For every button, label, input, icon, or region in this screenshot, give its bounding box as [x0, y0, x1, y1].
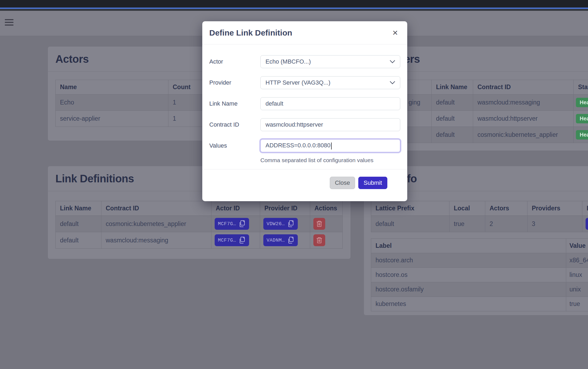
lattice-col-id: ID	[582, 201, 588, 216]
table-row: hostcore.arch x86_64	[371, 253, 588, 268]
actor-select[interactable]: Echo (MBCFO...)	[260, 55, 400, 68]
host-value: x86_64	[566, 253, 588, 268]
labels-col-label: Label	[371, 239, 566, 253]
define-link-definition-modal: Define Link Definition ✕ Actor Echo (MBC…	[202, 21, 407, 201]
top-chrome-bar	[0, 0, 588, 8]
provider-contract-id: wasmcloud:messaging	[473, 95, 574, 111]
lattice-col-prefix: Lattice Prefix	[371, 201, 449, 216]
values-helper-text: Comma separated list of configuration va…	[260, 157, 400, 163]
provider-link-name: default	[432, 95, 473, 111]
link-name-label: Link Name	[209, 100, 260, 107]
table-row: default cosmonic:kubernetes_applier MCF7…	[56, 216, 343, 232]
copy-icon	[239, 236, 246, 244]
linkdef-contract-id: cosmonic:kubernetes_applier	[101, 216, 211, 232]
link-definitions-table: Link Name Contract ID Actor ID Provider …	[55, 201, 343, 249]
lattice-actors: 2	[485, 216, 527, 232]
lattice-col-providers: Providers	[527, 201, 582, 216]
submit-button[interactable]: Submit	[358, 177, 387, 189]
table-row: default true 2 3 N	[371, 216, 588, 232]
actor-label: Actor	[209, 58, 260, 65]
status-badge: Healthy	[576, 98, 588, 107]
table-row: kubernetes true	[371, 297, 588, 311]
actor-id-copy-button[interactable]: MCF7G…	[215, 234, 249, 246]
linkdef-link-name: default	[56, 216, 101, 232]
actor-id-copy-button[interactable]: MCF7G…	[215, 218, 249, 230]
table-row: hostcore.osfamily unix	[371, 282, 588, 297]
linkdef-col-contract-id: Contract ID	[101, 201, 211, 216]
providers-col-status: Status	[574, 80, 588, 95]
close-icon[interactable]: ✕	[391, 28, 400, 37]
values-input[interactable]: ADDRESS=0.0.0.0:8080	[260, 139, 400, 152]
hamburger-menu-icon[interactable]	[5, 19, 14, 27]
linkdef-col-link-name: Link Name	[56, 201, 101, 216]
copy-icon	[239, 220, 246, 228]
provider-select[interactable]: HTTP Server (VAG3Q...)	[260, 76, 400, 89]
trash-icon	[316, 220, 323, 227]
table-row: hostcore.os linux	[371, 268, 588, 282]
host-label: hostcore.osfamily	[371, 282, 566, 297]
providers-col-link-name: Link Name	[432, 80, 473, 95]
text-caret	[331, 142, 332, 149]
chevron-down-icon	[390, 60, 395, 63]
trash-icon	[316, 237, 323, 244]
actors-col-name: Name	[56, 80, 168, 95]
provider-contract-id: wasmcloud:httpserver	[473, 111, 574, 127]
host-label: kubernetes	[371, 297, 566, 311]
host-id-copy-button[interactable]: N	[586, 218, 588, 230]
copy-icon	[288, 236, 295, 244]
host-label: hostcore.os	[371, 268, 566, 282]
delete-linkdef-button[interactable]	[313, 218, 325, 230]
host-value: unix	[566, 282, 588, 297]
copy-icon	[288, 220, 295, 228]
host-value: true	[566, 297, 588, 311]
linkdef-contract-id: wasmcloud:messaging	[101, 232, 211, 249]
top-chrome-shadow	[0, 9, 588, 11]
chevron-down-icon	[390, 81, 395, 84]
screen: Actors Name Count Echo 1 service-applier…	[0, 0, 588, 369]
link-name-input[interactable]: default	[260, 97, 400, 110]
host-value: linux	[566, 268, 588, 282]
status-badge: Healthy	[576, 130, 588, 140]
linkdef-link-name: default	[56, 232, 101, 249]
close-button[interactable]: Close	[330, 177, 355, 189]
lattice-col-actors: Actors	[485, 201, 527, 216]
linkdef-col-actor-id: Actor ID	[211, 201, 260, 216]
host-labels-table: Label Value hostcore.arch x86_64 hostcor…	[371, 238, 588, 311]
values-label: Values	[209, 142, 260, 149]
provider-link-name: default	[432, 127, 473, 143]
delete-linkdef-button[interactable]	[313, 234, 325, 246]
provider-label: Provider	[209, 79, 260, 86]
provider-id-copy-button[interactable]: VADNM…	[263, 234, 298, 246]
actor-name: service-applier	[56, 111, 168, 127]
provider-link-name: default	[432, 111, 473, 127]
lattice-providers: 3	[527, 216, 582, 232]
table-row: default wasmcloud:messaging MCF7G… VADNM…	[56, 232, 343, 249]
lattice-local: true	[449, 216, 485, 232]
status-badge: Healthy	[576, 114, 588, 123]
provider-id-copy-button[interactable]: VDW26…	[263, 218, 298, 230]
linkdef-col-provider-id: Provider ID	[260, 201, 310, 216]
lattice-table: Lattice Prefix Local Actors Providers ID…	[371, 201, 588, 232]
providers-col-contract-id: Contract ID	[473, 80, 574, 95]
lattice-prefix: default	[371, 216, 449, 232]
labels-col-value: Value	[566, 239, 588, 253]
provider-contract-id: cosmonic:kubernetes_applier	[473, 127, 574, 143]
host-label: hostcore.arch	[371, 253, 566, 268]
lattice-col-local: Local	[449, 201, 485, 216]
contract-id-label: Contract ID	[209, 121, 260, 128]
modal-title: Define Link Definition	[209, 28, 292, 37]
linkdef-col-actions: Actions	[310, 201, 343, 216]
contract-id-input[interactable]: wasmcloud:httpserver	[260, 118, 400, 131]
actor-name: Echo	[56, 95, 168, 111]
